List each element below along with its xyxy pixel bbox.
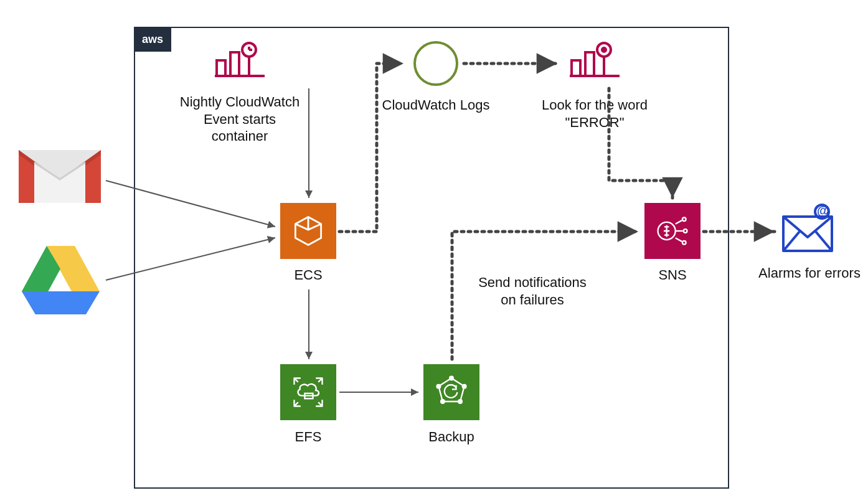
aws-badge: aws bbox=[134, 27, 171, 52]
svg-rect-17 bbox=[585, 52, 594, 76]
cloudwatch-event-label: Nightly CloudWatch Event starts containe… bbox=[177, 93, 302, 145]
gmail-icon bbox=[16, 141, 104, 209]
svg-point-27 bbox=[682, 241, 686, 245]
efs-label: EFS bbox=[246, 428, 370, 446]
svg-rect-16 bbox=[572, 60, 580, 76]
svg-rect-1 bbox=[217, 60, 225, 76]
svg-point-13 bbox=[437, 385, 441, 388]
svg-point-14 bbox=[415, 42, 457, 85]
backup-label: Backup bbox=[389, 428, 514, 446]
svg-point-9 bbox=[450, 377, 453, 380]
svg-line-24 bbox=[676, 238, 682, 242]
efs-icon bbox=[280, 364, 336, 420]
look-error-label: Look for the word "ERROR" bbox=[532, 96, 657, 131]
cloudwatch-logs-label: CloudWatch Logs bbox=[374, 96, 498, 114]
svg-point-20 bbox=[602, 48, 606, 52]
svg-point-25 bbox=[682, 217, 686, 221]
look-error-icon bbox=[567, 39, 623, 82]
sns-label: SNS bbox=[610, 266, 735, 284]
ecs-icon bbox=[280, 203, 336, 259]
sns-icon bbox=[644, 203, 701, 259]
notifications-label: Send notifications on failures bbox=[470, 274, 595, 308]
backup-icon bbox=[423, 364, 479, 420]
svg-point-12 bbox=[441, 400, 445, 403]
svg-rect-2 bbox=[230, 52, 239, 76]
svg-point-10 bbox=[463, 385, 466, 388]
svg-point-11 bbox=[458, 400, 462, 403]
cloudwatch-event-icon bbox=[212, 39, 268, 82]
svg-text:@: @ bbox=[817, 204, 829, 217]
google-drive-icon bbox=[19, 243, 103, 317]
ecs-label: ECS bbox=[246, 266, 370, 284]
diagram-canvas: aws bbox=[0, 0, 868, 498]
svg-line-22 bbox=[676, 220, 682, 224]
alarms-email-icon: @ bbox=[778, 203, 837, 256]
cloudwatch-logs-icon bbox=[411, 39, 461, 88]
svg-point-26 bbox=[684, 229, 687, 233]
alarms-label: Alarms for errors bbox=[753, 265, 866, 282]
aws-badge-text: aws bbox=[142, 33, 163, 46]
